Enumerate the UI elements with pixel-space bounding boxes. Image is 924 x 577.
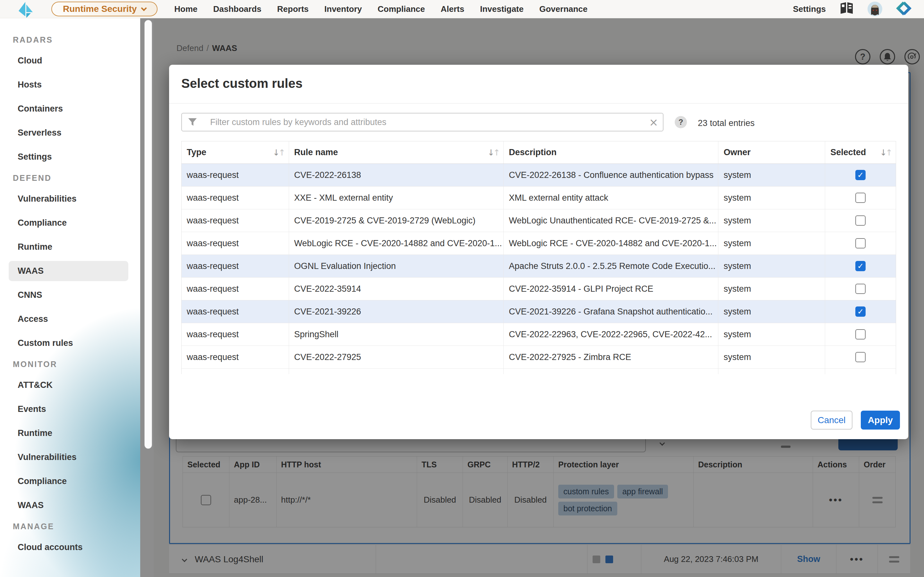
sidebar-item-compliance[interactable]: Compliance	[0, 211, 140, 235]
nav-item-inventory[interactable]: Inventory	[325, 4, 362, 14]
nav-item-compliance[interactable]: Compliance	[378, 4, 425, 14]
sidebar-item-label: ATT&CK	[18, 380, 53, 390]
select-custom-rules-dialog: Select custom rules × ? 23 total entries…	[169, 65, 908, 439]
row-checkbox[interactable]	[855, 215, 866, 226]
nav-item-reports[interactable]: Reports	[277, 4, 309, 14]
rule-name-cell: CVE-2022-27925	[289, 346, 504, 368]
sidebar-item-runtime[interactable]: Runtime	[0, 235, 140, 259]
description-cell: CVE-2022-22963, CVE-2022-22965, CVE-2022…	[504, 323, 718, 346]
nav-item-dashboards[interactable]: Dashboards	[213, 4, 262, 14]
rule-row-0[interactable]: waas-requestCVE-2022-26138CVE-2022-26138…	[182, 164, 896, 187]
selected-cell	[825, 210, 896, 232]
type-cell: waas-request	[182, 187, 289, 209]
top-bar: Runtime Security HomeDashboardsReportsIn…	[0, 0, 924, 18]
documentation-book-icon[interactable]	[839, 2, 854, 16]
owner-cell: system	[718, 255, 825, 277]
column-header-description[interactable]: Description	[504, 141, 718, 163]
sidebar-item-label: Hosts	[18, 80, 42, 90]
description-cell: XML external entity attack	[504, 187, 718, 209]
sidebar-item-serverless[interactable]: Serverless	[0, 121, 140, 145]
sidebar-item-waas[interactable]: WAAS	[0, 259, 140, 283]
owner-cell: system	[718, 277, 825, 300]
rule-name-cell: CVE-2022-26138	[289, 164, 504, 186]
column-header-type[interactable]: Type↓↑	[182, 141, 289, 163]
row-checkbox[interactable]	[855, 238, 866, 248]
sidebar-item-att-ck[interactable]: ATT&CK	[0, 373, 140, 397]
nav-item-home[interactable]: Home	[174, 4, 197, 14]
sidebar-item-hosts[interactable]: Hosts	[0, 73, 140, 97]
copilot-pinwheel-icon[interactable]	[896, 0, 912, 18]
column-header-rule-name[interactable]: Rule name↓↑	[289, 141, 504, 163]
sidebar-item-label: Custom rules	[18, 338, 73, 348]
sidebar-item-containers[interactable]: Containers	[0, 97, 140, 121]
sidebar-item-label: Access	[18, 314, 48, 324]
filter-input[interactable]	[181, 113, 664, 131]
cancel-button[interactable]: Cancel	[811, 411, 853, 430]
sidebar-item-label: Cloud accounts	[18, 542, 83, 552]
nav-item-alerts[interactable]: Alerts	[441, 4, 464, 14]
product-switcher[interactable]: Runtime Security	[51, 2, 158, 16]
rule-row-2[interactable]: waas-requestCVE-2019-2725 & CVE-2019-272…	[182, 210, 896, 232]
chevron-down-icon	[141, 5, 147, 11]
sort-icon[interactable]: ↓↑	[880, 148, 891, 157]
rule-row-1[interactable]: waas-requestXXE - XML external entityXML…	[182, 187, 896, 210]
sidebar-item-custom-rules[interactable]: Custom rules	[0, 331, 140, 355]
apply-button[interactable]: Apply	[861, 411, 900, 430]
sidebar-item-cloud-accounts[interactable]: Cloud accounts	[0, 535, 140, 559]
row-checkbox[interactable]: ✓	[855, 306, 866, 317]
sidebar-item-cloud[interactable]: Cloud	[0, 49, 140, 73]
row-checkbox[interactable]: ✓	[855, 261, 866, 271]
sidebar-item-events[interactable]: Events	[0, 397, 140, 421]
custom-rules-table: Type↓↑Rule name↓↑DescriptionOwnerSelecte…	[181, 141, 896, 374]
rule-row-3[interactable]: waas-requestWebLogic RCE - CVE-2020-1488…	[182, 232, 896, 255]
type-cell: waas-request	[182, 164, 289, 186]
sidebar-section-defend: DEFEND	[0, 169, 140, 187]
rule-row-8[interactable]: waas-requestCVE-2022-27925CVE-2022-27925…	[182, 346, 896, 369]
column-label: Selected	[830, 147, 866, 157]
selected-cell	[825, 277, 896, 300]
sidebar-item-access[interactable]: Access	[0, 307, 140, 331]
row-checkbox[interactable]	[855, 329, 866, 340]
description-cell: CVE-2022-27925 - Zimbra RCE	[504, 346, 718, 368]
selected-cell: ✓	[825, 255, 896, 277]
rule-row-5[interactable]: waas-requestCVE-2022-35914CVE-2022-35914…	[182, 277, 896, 300]
sidebar-item-label: Events	[18, 404, 46, 414]
sidebar-item-waas[interactable]: WAAS	[0, 493, 140, 517]
sidebar-item-settings[interactable]: Settings	[0, 145, 140, 169]
help-badge-icon[interactable]: ?	[675, 116, 687, 128]
sidebar-section-manage: MANAGE	[0, 517, 140, 535]
row-checkbox[interactable]	[855, 352, 866, 362]
prisma-logo-icon[interactable]	[17, 0, 34, 18]
column-header-selected[interactable]: Selected↓↑	[825, 141, 896, 163]
description-cell: Apache Struts 2.0.0 - 2.5.25 Remote Code…	[504, 255, 718, 277]
rules-table-body: waas-requestCVE-2022-26138CVE-2022-26138…	[182, 164, 896, 369]
sort-icon[interactable]: ↓↑	[488, 148, 499, 157]
clear-filter-icon[interactable]: ×	[649, 116, 658, 129]
sidebar-item-vulnerabilities[interactable]: Vulnerabilities	[0, 187, 140, 211]
settings-link[interactable]: Settings	[793, 4, 826, 14]
rule-row-6[interactable]: waas-requestCVE-2021-39226CVE-2021-39226…	[182, 300, 896, 323]
sidebar-item-vulnerabilities[interactable]: Vulnerabilities	[0, 445, 140, 469]
nav-item-investigate[interactable]: Investigate	[480, 4, 523, 14]
scrollbar-thumb[interactable]	[144, 20, 152, 449]
rule-name-cell: WebLogic RCE - CVE-2020-14882 and CVE-20…	[289, 232, 504, 255]
user-avatar[interactable]	[867, 2, 882, 16]
sidebar-scrollbar[interactable]	[140, 18, 153, 577]
type-cell: waas-request	[182, 255, 289, 277]
sidebar-item-label: Vulnerabilities	[18, 452, 77, 462]
row-checkbox[interactable]	[855, 284, 866, 294]
row-checkbox[interactable]	[855, 193, 866, 203]
sidebar-item-compliance[interactable]: Compliance	[0, 469, 140, 493]
row-checkbox[interactable]: ✓	[855, 170, 866, 180]
rule-name-cell: CVE-2022-35914	[289, 277, 504, 300]
sidebar-item-runtime[interactable]: Runtime	[0, 421, 140, 445]
rule-name-cell: CVE-2021-39226	[289, 300, 504, 323]
column-header-owner[interactable]: Owner	[718, 141, 825, 163]
sort-icon[interactable]: ↓↑	[273, 148, 284, 157]
sidebar-item-cnns[interactable]: CNNS	[0, 283, 140, 307]
column-label: Rule name	[294, 147, 338, 157]
nav-item-governance[interactable]: Governance	[540, 4, 588, 14]
rule-name-cell: OGNL Evaluation Injection	[289, 255, 504, 277]
rule-row-4[interactable]: waas-requestOGNL Evaluation InjectionApa…	[182, 255, 896, 277]
rule-row-7[interactable]: waas-requestSpringShellCVE-2022-22963, C…	[182, 323, 896, 346]
